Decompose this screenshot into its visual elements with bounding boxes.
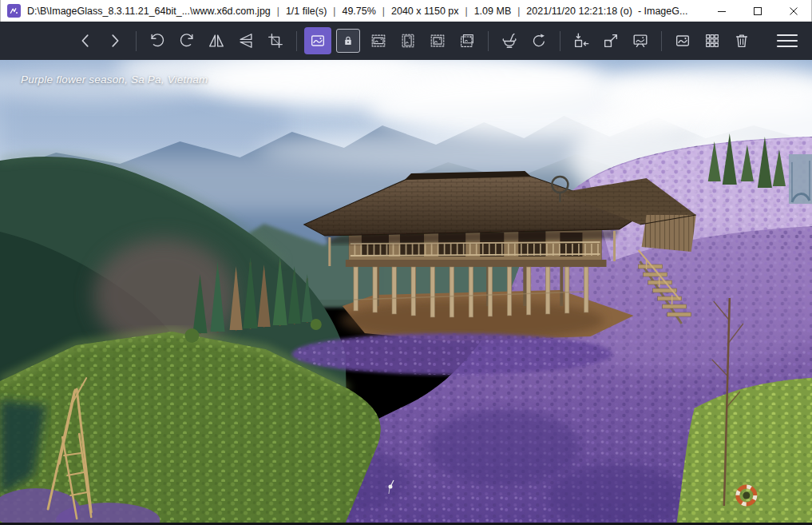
title-bar[interactable]: D:\B\ImageGlass_8.3.11.21_64bit_...\www.… xyxy=(0,0,812,22)
window-controls xyxy=(703,0,811,22)
title-file-path: D:\B\ImageGlass_8.3.11.21_64bit_...\www.… xyxy=(27,6,271,17)
toolbar xyxy=(0,22,812,60)
edit-image-button[interactable] xyxy=(496,27,523,54)
refresh-button[interactable] xyxy=(525,27,553,54)
rotate-right-button[interactable] xyxy=(173,27,200,54)
next-image-button[interactable] xyxy=(101,27,129,54)
scale-to-fit-button[interactable] xyxy=(424,27,451,54)
flip-vertical-button[interactable] xyxy=(232,27,259,54)
lock-zoom-button[interactable] xyxy=(336,29,360,53)
checkerboard-background-button[interactable] xyxy=(699,27,726,54)
imageglass-window: D:\B\ImageGlass_8.3.11.21_64bit_...\www.… xyxy=(0,0,812,525)
scale-to-fill-button[interactable] xyxy=(454,27,481,54)
title-zoom-level: 49.75% xyxy=(342,6,375,17)
rotate-left-button[interactable] xyxy=(144,27,171,54)
main-menu-button[interactable] xyxy=(774,27,801,54)
title-file-count: 1/1 file(s) xyxy=(286,6,327,17)
thumbnail-bar-button[interactable] xyxy=(669,27,696,54)
auto-zoom-button[interactable] xyxy=(304,27,331,54)
toolbar-separator xyxy=(136,31,137,51)
title-file-size: 1.09 MB xyxy=(474,6,512,17)
scale-to-height-button[interactable] xyxy=(394,27,422,54)
crop-button[interactable] xyxy=(262,27,289,54)
toolbar-separator xyxy=(560,31,560,51)
previous-image-button[interactable] xyxy=(72,27,99,54)
scale-to-width-button[interactable] xyxy=(365,27,392,54)
minimize-button[interactable] xyxy=(703,0,739,22)
photo-caption: Purple flower season, Sa Pa, Vietnam xyxy=(21,74,208,86)
delete-button[interactable] xyxy=(728,27,755,54)
toolbar-separator xyxy=(661,31,662,51)
title-app-name: - ImageG... xyxy=(638,6,688,17)
app-icon xyxy=(7,4,21,18)
image-viewer[interactable]: Purple flower season, Sa Pa, Vietnam xyxy=(0,60,812,525)
window-title: D:\B\ImageGlass_8.3.11.21_64bit_...\www.… xyxy=(27,6,687,17)
toolbar-separator xyxy=(296,31,297,51)
title-dimensions: 2040 x 1150 px xyxy=(391,6,459,17)
slideshow-button[interactable] xyxy=(627,27,654,54)
close-button[interactable] xyxy=(775,0,811,22)
title-modified-date: 2021/11/20 12:21:18 (o) xyxy=(526,6,632,17)
photo-sa-pa-illustration xyxy=(0,60,812,523)
actual-size-button[interactable] xyxy=(568,27,595,54)
flip-horizontal-button[interactable] xyxy=(203,27,230,54)
full-screen-button[interactable] xyxy=(597,27,624,54)
maximize-button[interactable] xyxy=(739,0,775,22)
toolbar-separator xyxy=(488,31,489,51)
